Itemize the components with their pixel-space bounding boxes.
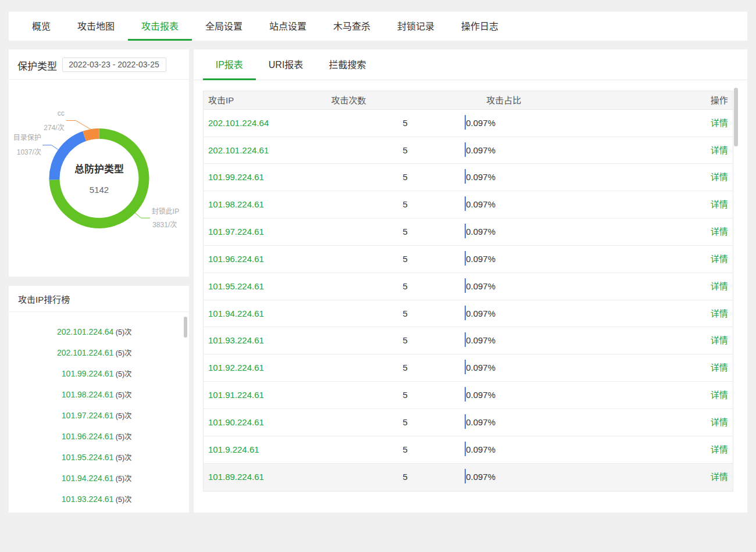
svg-text:封锁此IP: 封锁此IP bbox=[152, 207, 179, 216]
svg-text:3831/次: 3831/次 bbox=[152, 221, 177, 229]
svg-text:5142: 5142 bbox=[90, 185, 109, 195]
svg-text:总防护类型: 总防护类型 bbox=[74, 163, 124, 175]
svg-text:cc: cc bbox=[58, 109, 65, 117]
svg-text:1037/次: 1037/次 bbox=[17, 148, 41, 156]
svg-text:目录保护: 目录保护 bbox=[13, 134, 41, 142]
svg-text:274/次: 274/次 bbox=[44, 124, 64, 132]
